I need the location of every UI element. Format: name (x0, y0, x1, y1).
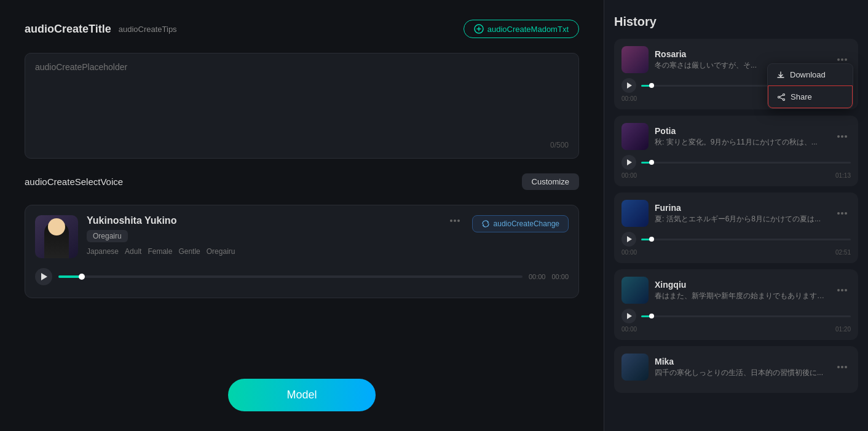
hist-play-xingqiu[interactable] (621, 309, 636, 323)
history-item-rosaria: Rosaria 冬の寒さは厳しいですが、そ... 00:00 (614, 39, 858, 109)
voice-more-button[interactable] (446, 218, 464, 223)
tips-label: audioCreateTips (119, 25, 177, 34)
voice-change-label: audioCreateChange (494, 219, 559, 228)
voice-audio-player: 00:00 00:00 (35, 266, 569, 288)
voice-time-end: 00:00 (551, 273, 569, 280)
voice-time-start: 00:00 (529, 273, 546, 280)
history-avatar-potia (621, 123, 649, 150)
three-dots-potia-icon (837, 135, 847, 138)
three-dots-icon (450, 219, 460, 222)
left-panel: audioCreateTitle audioCreateTips audioCr… (0, 0, 604, 431)
hist-play-furina[interactable] (621, 232, 636, 247)
voice-avatar (35, 215, 78, 258)
history-item-mika: Mika 四千の寒化しっとりの生活、日本的の習慣初後に... (614, 346, 858, 393)
three-dots-furina-icon (837, 212, 847, 215)
voice-progress-dot (79, 274, 85, 280)
share-label: Share (791, 92, 812, 101)
change-icon (481, 219, 490, 228)
hist-times-xingqiu: 00:00 01:20 (621, 326, 851, 333)
hist-progress-xingqiu[interactable] (641, 315, 851, 317)
select-voice-label: audioCreateSelectVoice (25, 176, 123, 187)
history-name-potia: Potia (655, 126, 827, 136)
download-icon (776, 71, 785, 79)
voice-card-top: Yukinoshita Yukino Oregairu Japanese Adu… (35, 215, 569, 258)
hist-time-start-xingqiu: 00:00 (621, 326, 637, 333)
madom-icon (474, 24, 484, 34)
voice-play-button[interactable] (35, 268, 52, 285)
select-voice-row: audioCreateSelectVoice Customize (25, 173, 579, 190)
hist-progress-furina[interactable] (641, 239, 851, 240)
madom-button[interactable]: audioCreateMadomTxt (464, 20, 579, 38)
furina-avatar-image (621, 200, 649, 227)
hist-time-end-xingqiu: 01:20 (835, 326, 851, 333)
hist-progress-potia[interactable] (641, 162, 851, 164)
voice-prop-age: Adult (125, 247, 141, 256)
hist-time-end-potia: 01:13 (835, 172, 851, 179)
voice-avatar-image (35, 215, 78, 258)
three-dots-xingqiu-icon (837, 289, 847, 291)
title-group: audioCreateTitle audioCreateTips (25, 23, 177, 36)
history-name-furina: Furina (655, 203, 827, 213)
hist-time-start-potia: 00:00 (621, 172, 637, 179)
history-item-furina: Furina 夏: 活気とエネルギー6月から8月にかけての夏は... 00:00… (614, 192, 858, 263)
hist-play-icon-furina (627, 236, 632, 242)
history-avatar-furina (621, 200, 649, 227)
hist-play-potia[interactable] (621, 155, 636, 170)
voice-prop-tone: Gentle (178, 247, 200, 256)
share-icon (777, 93, 786, 101)
history-more-furina[interactable] (834, 211, 851, 216)
history-name-xingqiu: Xingqiu (655, 280, 827, 290)
model-btn-wrap: Model (25, 379, 579, 411)
voice-info: Yukinoshita Yukino Oregairu Japanese Adu… (87, 215, 464, 256)
hist-progress-dot-rosaria (649, 83, 654, 88)
voice-change-button[interactable]: audioCreateChange (472, 215, 569, 232)
history-more-rosaria[interactable] (834, 57, 851, 62)
customize-button[interactable]: Customize (522, 173, 579, 190)
history-meta-furina: Furina 夏: 活気とエネルギー6月から8月にかけての夏は... (655, 203, 827, 224)
dropdown-download[interactable]: Download (768, 64, 853, 85)
history-text-furina: 夏: 活気とエネルギー6月から8月にかけての夏は... (655, 214, 827, 224)
voice-progress-bar[interactable] (58, 275, 523, 278)
hist-time-start-furina: 00:00 (621, 249, 637, 256)
download-label: Download (790, 70, 826, 79)
three-dots-rosaria-icon (837, 58, 847, 61)
dropdown-menu-rosaria: Download Share (767, 63, 853, 109)
hist-time-end-furina: 02:51 (835, 249, 851, 256)
history-name-rosaria: Rosaria (655, 49, 827, 59)
hist-play-icon-xingqiu (627, 313, 632, 319)
model-button[interactable]: Model (228, 379, 376, 411)
voice-props: Japanese Adult Female Gentle Oregairu (87, 247, 464, 256)
rosaria-avatar-image (621, 46, 649, 73)
history-more-xingqiu[interactable] (834, 288, 851, 293)
voice-tag: Oregairu (87, 230, 128, 242)
right-panel: History Rosaria 冬の寒さは厳しいですが、そ... (604, 0, 868, 431)
madom-btn-label: audioCreateMadomTxt (487, 25, 569, 34)
history-avatar-rosaria (621, 46, 649, 73)
hist-play-rosaria[interactable] (621, 78, 636, 93)
hist-progress-dot-furina (649, 237, 654, 242)
three-dots-mika-icon (837, 366, 847, 368)
history-text-mika: 四千の寒化しっとりの生活、日本的の習慣初後に... (655, 368, 827, 378)
dropdown-share[interactable]: Share (768, 85, 853, 108)
history-item-potia: Potia 秋: 実りと変化。9月から11月にかけての秋は、... 00:00 … (614, 116, 858, 186)
history-more-potia[interactable] (834, 134, 851, 139)
history-title: History (614, 15, 858, 29)
voice-name-row: Yukinoshita Yukino (87, 215, 464, 226)
voice-name: Yukinoshita Yukino (87, 215, 176, 226)
hist-times-potia: 00:00 01:13 (621, 172, 851, 179)
voice-prop-language: Japanese (87, 247, 119, 256)
text-input[interactable] (35, 62, 569, 136)
history-text-xingqiu: 春はまた、新学期や新年度の始まりでもありまする... (655, 291, 827, 301)
hist-play-icon-rosaria (627, 82, 632, 89)
history-player-furina (621, 232, 851, 247)
history-avatar-xingqiu (621, 277, 649, 304)
history-meta-potia: Potia 秋: 実りと変化。9月から11月にかけての秋は、... (655, 126, 827, 148)
history-player-potia (621, 155, 851, 170)
hist-times-furina: 00:00 02:51 (621, 249, 851, 256)
potia-avatar-image (621, 123, 649, 150)
hist-play-icon-potia (627, 159, 632, 165)
history-more-mika[interactable] (834, 365, 851, 370)
history-meta-xingqiu: Xingqiu 春はまた、新学期や新年度の始まりでもありまする... (655, 280, 827, 301)
voice-prop-gender: Female (148, 247, 172, 256)
title-row: audioCreateTitle audioCreateTips audioCr… (25, 20, 579, 38)
